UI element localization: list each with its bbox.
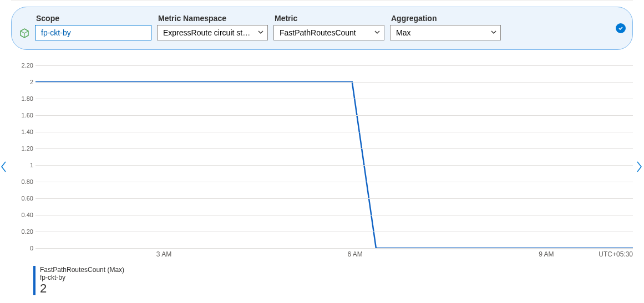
chart-gridline — [36, 232, 633, 232]
x-tick-label: 9 AM — [539, 250, 554, 258]
y-tick-label: 2.20 — [11, 62, 33, 69]
metric-label: Metric — [273, 14, 384, 23]
chart-gridline — [36, 99, 633, 99]
timezone-label: UTC+05:30 — [599, 250, 633, 258]
y-tick-label: 1.40 — [11, 129, 33, 135]
chevron-down-icon — [257, 28, 264, 37]
chart-gridline — [36, 132, 633, 132]
namespace-select[interactable]: ExpressRoute circuit sta... — [157, 25, 268, 40]
chart-gridline — [36, 115, 633, 116]
y-tick-label: 0.80 — [11, 178, 33, 185]
namespace-label: Metric Namespace — [157, 14, 268, 23]
chart-gridline — [36, 215, 633, 215]
y-tick-label: 1.80 — [11, 95, 33, 102]
namespace-field[interactable]: Metric Namespace ExpressRoute circuit st… — [157, 14, 268, 40]
y-tick-label: 0.40 — [11, 212, 33, 218]
y-tick-label: 1 — [11, 162, 33, 168]
aggregation-select[interactable]: Max — [390, 25, 501, 40]
legend-series-name: FastPathRoutesCount (Max) — [40, 266, 124, 274]
y-tick-label: 0.60 — [11, 195, 33, 202]
y-tick-label: 1.60 — [11, 112, 33, 119]
chart-plot-area[interactable]: 2.2021.801.601.401.2010.800.600.400.200 — [36, 65, 633, 248]
metric-filter-pill: Scope fp-ckt-by Metric Namespace Express… — [11, 7, 633, 50]
legend-color-swatch — [33, 266, 36, 295]
x-tick-label: 3 AM — [156, 250, 171, 258]
aggregation-field[interactable]: Aggregation Max — [390, 14, 501, 40]
scope-field[interactable]: Scope fp-ckt-by — [35, 14, 151, 40]
prev-time-range-button[interactable] — [0, 161, 8, 173]
legend-current-value: 2 — [40, 282, 124, 295]
y-tick-label: 1.20 — [11, 145, 33, 152]
chart-legend[interactable]: FastPathRoutesCount (Max) fp-ckt-by 2 — [33, 266, 633, 295]
y-tick-label: 0.20 — [11, 228, 33, 235]
y-tick-label: 2 — [11, 79, 33, 85]
chart-x-axis: UTC+05:30 3 AM6 AM9 AM — [36, 248, 633, 260]
next-time-range-button[interactable] — [635, 161, 643, 173]
chart-gridline — [36, 198, 633, 199]
chevron-down-icon — [490, 28, 497, 37]
apply-check-icon[interactable] — [616, 23, 626, 33]
chart-gridline — [36, 165, 633, 166]
metrics-chart: 2.2021.801.601.401.2010.800.600.400.200 … — [11, 65, 633, 260]
chart-gridline — [36, 182, 633, 182]
aggregation-label: Aggregation — [390, 14, 501, 23]
chart-line-series — [36, 65, 633, 248]
chart-gridline — [36, 148, 633, 149]
chart-gridline — [36, 82, 633, 83]
metric-select[interactable]: FastPathRoutesCount — [273, 25, 384, 40]
x-tick-label: 6 AM — [348, 250, 363, 258]
y-tick-label: 0 — [11, 245, 33, 251]
legend-resource-name: fp-ckt-by — [40, 274, 124, 281]
metric-field[interactable]: Metric FastPathRoutesCount — [273, 14, 384, 40]
chart-gridline — [36, 65, 633, 66]
scope-resource-icon — [19, 28, 29, 38]
scope-select[interactable]: fp-ckt-by — [35, 25, 151, 40]
scope-label: Scope — [35, 14, 151, 23]
chevron-down-icon — [374, 28, 381, 37]
